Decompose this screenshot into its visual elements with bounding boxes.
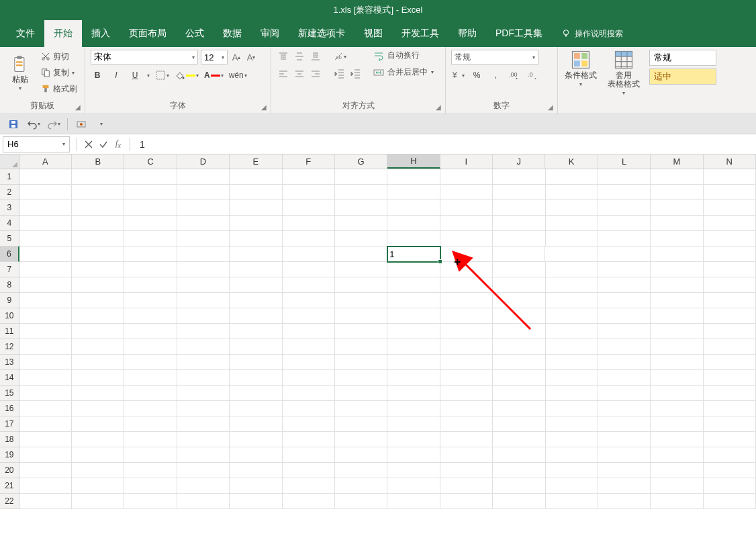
cell-L3[interactable] xyxy=(598,200,651,216)
cell-B19[interactable] xyxy=(72,447,124,463)
tab-page-layout[interactable]: 页面布局 xyxy=(120,20,176,47)
qat-customize-button[interactable]: ▾ xyxy=(95,118,108,131)
cell-E18[interactable] xyxy=(230,432,282,447)
cell-F4[interactable] xyxy=(283,216,335,231)
cell-D12[interactable] xyxy=(177,339,230,355)
cell-E17[interactable] xyxy=(230,416,282,432)
cell-N15[interactable] xyxy=(704,386,756,401)
cell-N6[interactable] xyxy=(704,247,756,262)
cell-G3[interactable] xyxy=(335,200,387,216)
cell-D3[interactable] xyxy=(177,200,230,216)
cell-G15[interactable] xyxy=(335,386,387,401)
cell-N4[interactable] xyxy=(704,216,756,231)
cell-J21[interactable] xyxy=(493,478,545,494)
cell-J22[interactable] xyxy=(493,494,545,509)
tab-insert[interactable]: 插入 xyxy=(82,20,120,47)
cell-L12[interactable] xyxy=(598,339,651,355)
cell-J5[interactable] xyxy=(493,231,545,247)
cell-K9[interactable] xyxy=(546,293,598,308)
cell-M11[interactable] xyxy=(651,324,703,339)
cell-F2[interactable] xyxy=(283,185,335,200)
cell-K17[interactable] xyxy=(546,416,598,432)
cell-C19[interactable] xyxy=(124,447,177,463)
cell-M4[interactable] xyxy=(651,216,703,231)
cell-G7[interactable] xyxy=(335,262,387,277)
cell-F9[interactable] xyxy=(283,293,335,308)
cell-J15[interactable] xyxy=(493,386,545,401)
cell-J13[interactable] xyxy=(493,355,545,370)
copy-button[interactable]: 复制 ▾ xyxy=(39,66,79,79)
cell-H9[interactable] xyxy=(387,293,440,308)
cell-L9[interactable] xyxy=(598,293,651,308)
cell-L6[interactable] xyxy=(598,247,651,262)
cell-A11[interactable] xyxy=(19,324,72,339)
cell-M20[interactable] xyxy=(651,463,703,478)
cancel-formula-button[interactable] xyxy=(81,137,96,152)
cell-N14[interactable] xyxy=(704,370,756,386)
number-dialog-launcher[interactable]: ◢ xyxy=(548,104,556,112)
row-header-9[interactable]: 9 xyxy=(0,293,19,308)
cell-G11[interactable] xyxy=(335,324,387,339)
cell-I17[interactable] xyxy=(440,416,493,432)
cell-E5[interactable] xyxy=(230,231,282,247)
cell-A22[interactable] xyxy=(19,494,72,509)
conditional-format-button[interactable]: 条件格式 ▾ xyxy=(563,50,598,96)
cell-L21[interactable] xyxy=(598,478,651,494)
underline-button[interactable]: U xyxy=(128,69,142,82)
cell-K6[interactable] xyxy=(545,247,598,262)
cell-E4[interactable] xyxy=(230,216,282,231)
cell-J9[interactable] xyxy=(493,293,545,308)
cell-I1[interactable] xyxy=(440,169,493,185)
increase-indent-button[interactable] xyxy=(349,67,363,81)
cell-D21[interactable] xyxy=(177,478,230,494)
cell-C22[interactable] xyxy=(124,494,177,509)
cell-K2[interactable] xyxy=(546,185,598,200)
cell-M18[interactable] xyxy=(651,432,703,447)
cell-B5[interactable] xyxy=(72,231,124,247)
cell-I3[interactable] xyxy=(440,200,493,216)
cell-N3[interactable] xyxy=(704,200,756,216)
align-right-button[interactable] xyxy=(309,67,322,81)
cell-C6[interactable] xyxy=(124,247,177,262)
cell-A2[interactable] xyxy=(19,185,72,200)
row-header-21[interactable]: 21 xyxy=(0,478,19,494)
cell-K10[interactable] xyxy=(546,308,598,324)
cell-L17[interactable] xyxy=(598,416,651,432)
cell-N7[interactable] xyxy=(704,262,756,277)
cell-D9[interactable] xyxy=(177,293,230,308)
cell-C20[interactable] xyxy=(124,463,177,478)
cell-F7[interactable] xyxy=(283,262,335,277)
cell-H17[interactable] xyxy=(387,416,440,432)
cell-D1[interactable] xyxy=(177,169,230,185)
cell-C7[interactable] xyxy=(124,262,177,277)
percent-button[interactable]: % xyxy=(470,69,483,82)
cell-J8[interactable] xyxy=(493,277,545,293)
cell-E10[interactable] xyxy=(230,308,282,324)
fill-handle[interactable] xyxy=(438,259,442,264)
cell-K18[interactable] xyxy=(546,432,598,447)
formula-input[interactable]: 1 xyxy=(134,136,756,152)
merge-center-button[interactable]: 合并后居中 ▾ xyxy=(373,66,434,78)
row-header-22[interactable]: 22 xyxy=(0,494,19,509)
cell-D2[interactable] xyxy=(177,185,230,200)
cell-L20[interactable] xyxy=(598,463,651,478)
cell-M2[interactable] xyxy=(651,185,703,200)
cell-G13[interactable] xyxy=(335,355,387,370)
column-header-N[interactable]: N xyxy=(704,154,756,169)
cell-B11[interactable] xyxy=(72,324,124,339)
cell-G20[interactable] xyxy=(335,463,387,478)
row-header-16[interactable]: 16 xyxy=(0,401,19,416)
cell-H3[interactable] xyxy=(387,200,440,216)
row-header-15[interactable]: 15 xyxy=(0,386,19,401)
cell-G19[interactable] xyxy=(335,447,387,463)
cell-E16[interactable] xyxy=(230,401,282,416)
cell-I20[interactable] xyxy=(440,463,493,478)
align-top-button[interactable] xyxy=(277,50,290,63)
cell-A16[interactable] xyxy=(19,401,72,416)
underline-dropdown-icon[interactable]: ▾ xyxy=(147,73,150,79)
cell-I5[interactable] xyxy=(440,231,493,247)
cell-F22[interactable] xyxy=(283,494,335,509)
cell-E1[interactable] xyxy=(230,169,282,185)
cell-I11[interactable] xyxy=(440,324,493,339)
cell-M17[interactable] xyxy=(651,416,703,432)
